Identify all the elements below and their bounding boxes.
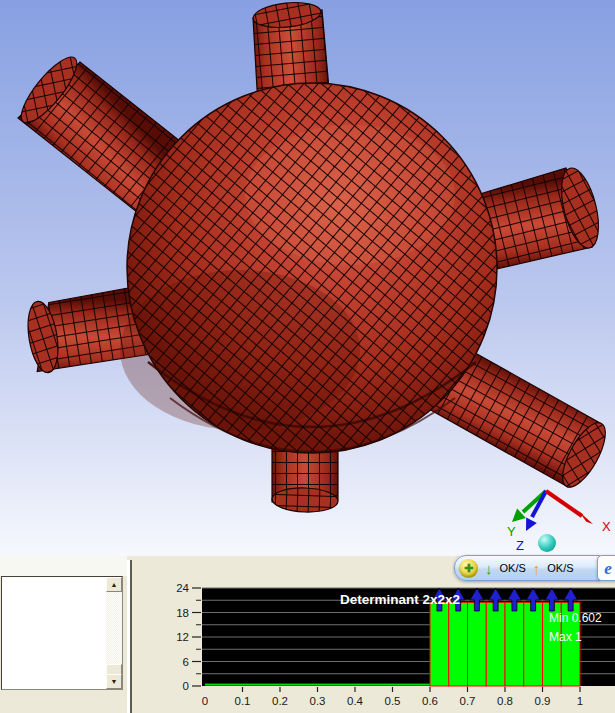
x-tick-label: 1 bbox=[577, 695, 583, 707]
x-tick-label: 0.9 bbox=[535, 695, 551, 707]
y-tick-label: 24 bbox=[176, 582, 189, 594]
rotation-center-marker bbox=[538, 534, 556, 552]
plus-icon: ✚ bbox=[464, 563, 473, 574]
y-tick-label: 12 bbox=[176, 631, 189, 643]
x-tick-label: 0.5 bbox=[385, 695, 401, 707]
min-annotation: Min 0.602 bbox=[549, 611, 602, 625]
listbox-scrollbar[interactable]: ▲ ▼ bbox=[106, 577, 122, 689]
ie-logo-icon: e bbox=[604, 560, 612, 577]
arrow-down-icon[interactable]: ↓ bbox=[485, 561, 493, 576]
snapshot-button[interactable]: ✚ bbox=[459, 559, 478, 578]
x-tick-label: 0.8 bbox=[497, 695, 513, 707]
application-window: { "viewport": { "background_top": "#88A0… bbox=[0, 0, 615, 713]
message-listbox[interactable]: ▲ ▼ bbox=[1, 576, 123, 690]
x-tick-label: 0.2 bbox=[272, 695, 288, 707]
max-annotation: Max 1 bbox=[549, 630, 582, 644]
histogram-bar bbox=[449, 602, 468, 686]
histogram-bar bbox=[486, 602, 505, 686]
x-tick-label: 0.7 bbox=[460, 695, 476, 707]
y-tick-label: 6 bbox=[183, 656, 189, 668]
scrollbar-down-icon: ▼ bbox=[111, 678, 118, 685]
x-axis-label: X bbox=[602, 519, 611, 534]
viewport-3d[interactable]: Y Z X bbox=[0, 0, 615, 556]
histogram-bar bbox=[505, 602, 524, 686]
x-tick-label: 0 bbox=[202, 695, 208, 707]
histogram-bar bbox=[430, 602, 449, 686]
chart-title: Determinant 2x2x2 bbox=[340, 592, 460, 607]
z-axis-label: Z bbox=[516, 538, 524, 553]
panel-spacer bbox=[0, 556, 127, 576]
floating-toolbar: ✚ ↓ OK/S ↑ OK/S bbox=[454, 555, 600, 581]
scrollbar-up-button[interactable]: ▲ bbox=[106, 577, 122, 592]
ok-up-status: OK/S bbox=[547, 562, 573, 574]
y-axis-label: Y bbox=[507, 524, 516, 539]
x-tick-label: 0.6 bbox=[422, 695, 438, 707]
browser-button[interactable]: e bbox=[597, 555, 615, 581]
arrow-up-icon[interactable]: ↑ bbox=[533, 561, 541, 576]
y-tick-label: 18 bbox=[176, 607, 189, 619]
scrollbar-down-button[interactable]: ▼ bbox=[106, 674, 122, 689]
x-tick-label: 0.4 bbox=[347, 695, 364, 707]
x-tick-label: 0.1 bbox=[235, 695, 251, 707]
viewport-canvas[interactable]: Y Z X bbox=[0, 0, 615, 556]
histogram-bar bbox=[468, 602, 487, 686]
y-tick-label: 0 bbox=[183, 680, 189, 692]
scrollbar-up-icon: ▲ bbox=[111, 581, 118, 588]
bottom-panel: ▲ ▼ 0612182400.10.20.30.40.50.60.70.80.9… bbox=[0, 556, 615, 713]
x-tick-label: 0.3 bbox=[310, 695, 326, 707]
ok-down-status: OK/S bbox=[500, 562, 526, 574]
histogram-bar bbox=[524, 602, 543, 686]
